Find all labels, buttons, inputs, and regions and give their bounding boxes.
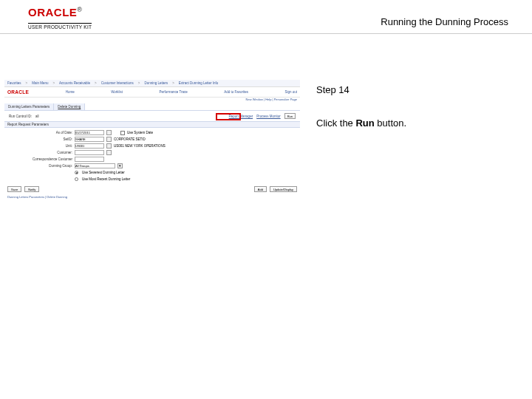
radio-severest[interactable] (75, 171, 78, 174)
nav-item[interactable]: Dunning Letters (144, 81, 168, 85)
page-title: Running the Dunning Process (381, 16, 508, 27)
nav-item[interactable]: Main Menu (32, 81, 48, 85)
unit-input[interactable] (75, 143, 104, 149)
unit-name: US001 NEW YORK OPERATIONS (114, 144, 166, 148)
registered-icon: ® (77, 6, 82, 13)
instruction-text: Click the Run button. (316, 117, 511, 129)
setid-name: CORPORATE SETID (114, 137, 146, 141)
oracle-logo-block: ORACLE® USER PRODUCTIVITY KIT (28, 6, 92, 32)
save-button[interactable]: Save (7, 186, 21, 192)
instr-prefix: Click the (316, 117, 355, 129)
screenshot-column: Favorites> Main Menu> Accounts Receivabl… (0, 78, 310, 129)
run-button-highlight (216, 113, 241, 120)
nav-item[interactable]: Extract Dunning Letter Info (179, 81, 219, 85)
unit-label: Unit: (7, 144, 72, 148)
dunning-group-label: Dunning Group: (7, 164, 72, 168)
use-system-date-checkbox[interactable] (120, 131, 125, 135)
lookup-icon[interactable] (106, 143, 112, 149)
update-display-button[interactable]: Update/Display (270, 186, 297, 192)
as-of-date-label: As of Date: (7, 131, 72, 134)
radio-recent[interactable] (75, 177, 78, 181)
app-screenshot: Favorites> Main Menu> Accounts Receivabl… (4, 80, 300, 231)
tool-link[interactable]: Worklist (111, 90, 123, 94)
dunning-group-input[interactable] (75, 163, 115, 168)
customer-label: Customer: (7, 151, 72, 154)
dropdown-icon[interactable]: ▾ (117, 163, 123, 168)
corr-cust-label: Correspondence Customer (7, 157, 72, 161)
footer-links[interactable]: Dunning Letters Parameters | Delete Dunn… (4, 194, 300, 200)
customer-input[interactable] (75, 150, 104, 155)
tool-link[interactable]: Add to Favorites (224, 90, 248, 94)
step-label: Step 14 (316, 84, 511, 95)
tab-dunning-parameters[interactable]: Dunning Letters Parameters (4, 103, 54, 110)
as-of-date-input[interactable] (75, 130, 104, 135)
form-area: As of Date: Use System Date SetID: CORPO… (4, 128, 300, 184)
instr-bold: Run (355, 117, 374, 129)
calendar-icon[interactable] (106, 130, 112, 135)
tab-delete-dunning[interactable]: Delete Dunning (54, 103, 85, 110)
upk-label: USER PRODUCTIVITY KIT (28, 23, 92, 30)
radio-severest-label: Use Severest Dunning Letter (82, 171, 125, 174)
process-monitor-link[interactable]: Process Monitor (256, 115, 281, 118)
run-button[interactable]: Run (284, 113, 296, 119)
run-control-label: Run Control ID: (9, 115, 32, 118)
page-header: ORACLE® USER PRODUCTIVITY KIT Running th… (0, 0, 532, 34)
app-brand-row: ORACLE Home Worklist Performance Trace A… (4, 87, 300, 98)
bottom-button-row: Save Notify Add Update/Display (4, 184, 300, 194)
use-system-date-label: Use System Date (127, 131, 153, 134)
section-report-request: Report Request Parameters (4, 121, 300, 128)
app-breadcrumb: Favorites> Main Menu> Accounts Receivabl… (4, 80, 300, 87)
nav-item[interactable]: Accounts Receivable (59, 81, 90, 85)
oracle-logo-text: ORACLE (28, 6, 77, 18)
nav-item[interactable]: Customer Interactions (101, 81, 134, 85)
corr-cust-input[interactable] (75, 157, 104, 162)
instr-suffix: button. (375, 117, 406, 129)
setid-label: SetID: (7, 137, 72, 141)
run-control-row: Run Control ID: all Report Manager Proce… (4, 111, 300, 121)
app-subnav[interactable]: New Window | Help | Personalize Page (4, 98, 300, 103)
nav-item[interactable]: Favorites (7, 81, 21, 85)
radio-recent-label: Use Most Recent Dunning Letter (82, 177, 130, 181)
app-tabs: Dunning Letters Parameters Delete Dunnin… (4, 103, 300, 111)
instruction-column: Step 14 Click the Run button. (310, 78, 532, 129)
oracle-logo: ORACLE® (28, 6, 92, 18)
tool-link[interactable]: Performance Trace (160, 90, 188, 94)
tool-link[interactable]: Home (66, 90, 75, 94)
add-button[interactable]: Add (254, 186, 267, 192)
run-control-value: all (35, 115, 39, 118)
signout-link[interactable]: Sign out (284, 90, 297, 94)
app-oracle-logo: ORACLE (7, 89, 29, 95)
setid-input[interactable] (75, 137, 104, 142)
lookup-icon[interactable] (106, 137, 112, 142)
lookup-icon[interactable] (106, 150, 112, 155)
notify-button[interactable]: Notify (24, 186, 39, 192)
